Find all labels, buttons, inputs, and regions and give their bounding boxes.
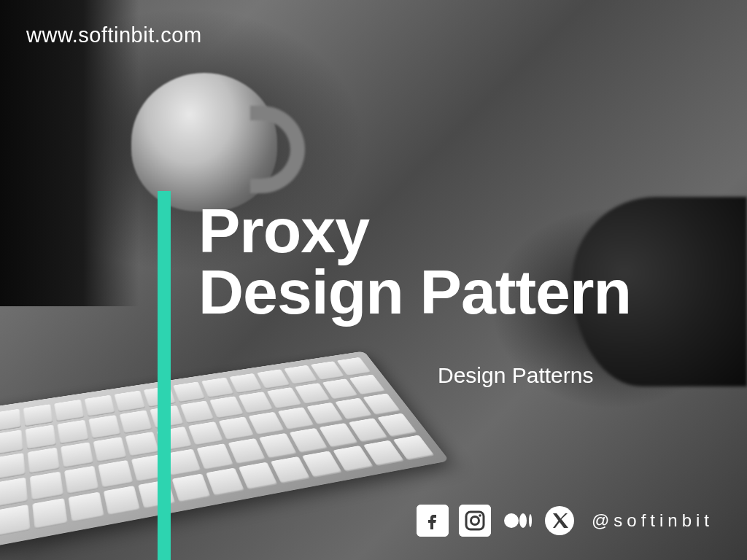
website-url: www.softinbit.com (26, 23, 202, 47)
instagram-icon[interactable] (459, 505, 491, 537)
title-line-1: Proxy (198, 200, 631, 261)
x-icon[interactable] (543, 505, 576, 537)
slide-title: Proxy Design Pattern (198, 200, 631, 323)
slide-subtitle: Design Patterns (438, 363, 593, 388)
svg-rect-1 (459, 505, 491, 537)
svg-point-4 (479, 514, 481, 517)
svg-point-5 (504, 513, 519, 528)
social-row: @softinbit (417, 505, 713, 537)
svg-point-6 (519, 513, 527, 528)
facebook-icon[interactable] (417, 505, 449, 537)
medium-icon[interactable] (501, 505, 533, 537)
svg-point-7 (529, 514, 532, 527)
title-line-2: Design Pattern (198, 261, 631, 322)
social-handle: @softinbit (592, 510, 713, 531)
accent-bar (158, 191, 171, 560)
